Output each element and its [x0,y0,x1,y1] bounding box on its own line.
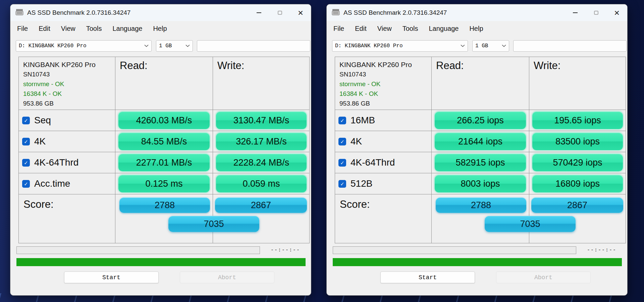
read-column-header: Read: [115,57,213,110]
maximize-button[interactable] [586,4,606,21]
row-label: 4K [351,136,362,147]
row-label: 4K-64Thrd [351,157,395,168]
maximize-icon [594,11,598,15]
maximize-button[interactable] [269,4,290,21]
menu-file[interactable]: File [328,25,350,33]
check-icon: ✓ [340,181,344,186]
score-label: Score: [335,194,431,243]
row-checkbox[interactable]: ✓ [338,180,346,188]
minimize-icon [257,12,261,13]
menu-edit[interactable]: Edit [33,25,55,33]
write-value-cell: 570429 iops [529,152,626,173]
minimize-button[interactable] [249,4,269,21]
write-value-cell: 3130.47 MB/s [213,110,310,131]
row-label: 512B [351,178,372,189]
row-checkbox[interactable]: ✓ [338,138,346,145]
drive-serial: SN10743 [23,69,115,79]
drive-model: KINGBANK KP260 Pro [339,60,431,69]
row-checkbox[interactable]: ✓ [22,180,30,188]
row-checkbox[interactable]: ✓ [22,138,30,145]
minimize-icon [573,12,578,13]
score-total-pill: 7035 [168,216,259,232]
menu-help[interactable]: Help [148,25,172,33]
progress-bar [16,246,260,254]
score-read-pill: 2788 [119,197,210,213]
check-icon: ✓ [340,118,344,123]
benchmark-row-4k64: ✓ 4K-64Thrd 582915 iops 570429 iops [335,152,626,173]
menu-view[interactable]: View [56,25,81,33]
close-button[interactable]: ✕ [606,4,627,21]
drive-model: KINGBANK KP260 Pro [23,60,115,69]
menu-tools[interactable]: Tools [397,25,424,33]
check-icon: ✓ [24,160,28,165]
abort-button[interactable]: Abort [496,271,591,283]
menu-help[interactable]: Help [464,25,488,33]
elapsed-time: --:--:-- [580,247,623,253]
close-icon: ✕ [614,9,620,16]
check-icon: ✓ [340,160,344,165]
write-column-header: Write: [529,57,626,110]
row-checkbox[interactable]: ✓ [22,117,30,124]
benchmark-row-512b: ✓ 512B 8003 iops 16809 iops [335,173,626,194]
test-size-select[interactable]: 1 GB [472,40,509,52]
score-row: Score: 2788 2867 7035 [335,194,626,243]
row-label-cell: ✓ 512B [335,173,431,194]
write-column-header: Write: [213,57,310,110]
start-button[interactable]: Start [64,271,159,283]
elapsed-time: --:--:-- [264,247,307,253]
score-total-pill: 7035 [485,216,576,232]
drive-capacity: 953.86 GB [339,99,431,108]
benchmark-row-4k: ✓ 4K 84.55 MB/s 326.17 MB/s [19,131,309,152]
score-write-pill: 2867 [531,197,623,213]
score-write-pill: 2867 [215,197,307,213]
alignment-status: 16384 K - OK [339,89,431,99]
test-size-select[interactable]: 1 GB [156,40,193,52]
window-title: AS SSD Benchmark 2.0.7316.34247 [343,9,447,16]
write-value-cell: 83500 iops [529,131,626,152]
empty-field [513,40,627,52]
write-value-pill: 83500 iops [532,133,623,150]
read-value-pill: 582915 iops [435,154,526,171]
start-button[interactable]: Start [380,271,475,283]
write-value-pill: 3130.47 MB/s [216,112,307,129]
drive-select[interactable]: D: KINGBANK KP260 Pro [332,40,468,52]
write-value-pill: 326.17 MB/s [216,133,307,150]
row-label-cell: ✓ 4K [335,131,431,152]
status-bar-green [16,258,306,266]
chevron-down-icon [502,43,506,49]
row-label: Acc.time [34,178,70,189]
test-size-value: 1 GB [159,43,172,49]
drive-select[interactable]: D: KINGBANK KP260 Pro [16,40,152,52]
row-label-cell: ✓ 4K [19,131,115,152]
benchmark-row-seq: ✓ Seq 4260.03 MB/s 3130.47 MB/s [19,110,309,131]
abort-button[interactable]: Abort [180,271,274,283]
chevron-down-icon [185,43,190,49]
menu-file[interactable]: File [12,25,33,33]
score-read-pill: 2788 [436,197,526,213]
menu-edit[interactable]: Edit [350,25,372,33]
drive-serial: SN10743 [339,69,431,79]
app-window-iops: AS SSD Benchmark 2.0.7316.34247 ✕ File E… [326,4,628,296]
menu-view[interactable]: View [372,25,397,33]
row-checkbox[interactable]: ✓ [338,159,346,167]
ssd-app-icon [331,8,340,17]
chevron-down-icon [144,43,149,49]
menu-language[interactable]: Language [107,25,148,33]
read-value-cell: 0.125 ms [115,173,213,194]
row-label-cell: ✓ Acc.time [19,173,115,194]
check-icon: ✓ [24,139,28,144]
benchmark-row-4k64: ✓ 4K-64Thrd 2277.01 MB/s 2228.24 MB/s [19,152,309,173]
benchmark-row-acctime: ✓ Acc.time 0.125 ms 0.059 ms [19,173,309,194]
row-checkbox[interactable]: ✓ [338,117,346,124]
selector-row: D: KINGBANK KP260 Pro 1 GB [327,40,627,52]
close-button[interactable]: ✕ [290,4,311,21]
write-value-pill: 16809 iops [532,175,623,192]
read-value-pill: 84.55 MB/s [118,133,210,150]
write-value-pill: 0.059 ms [216,175,307,192]
minimize-button[interactable] [565,4,586,21]
close-icon: ✕ [298,9,304,16]
menu-language[interactable]: Language [423,25,464,33]
row-checkbox[interactable]: ✓ [22,159,30,167]
menu-tools[interactable]: Tools [81,25,107,33]
app-window-mbps: AS SSD Benchmark 2.0.7316.34247 ✕ File E… [10,4,311,296]
